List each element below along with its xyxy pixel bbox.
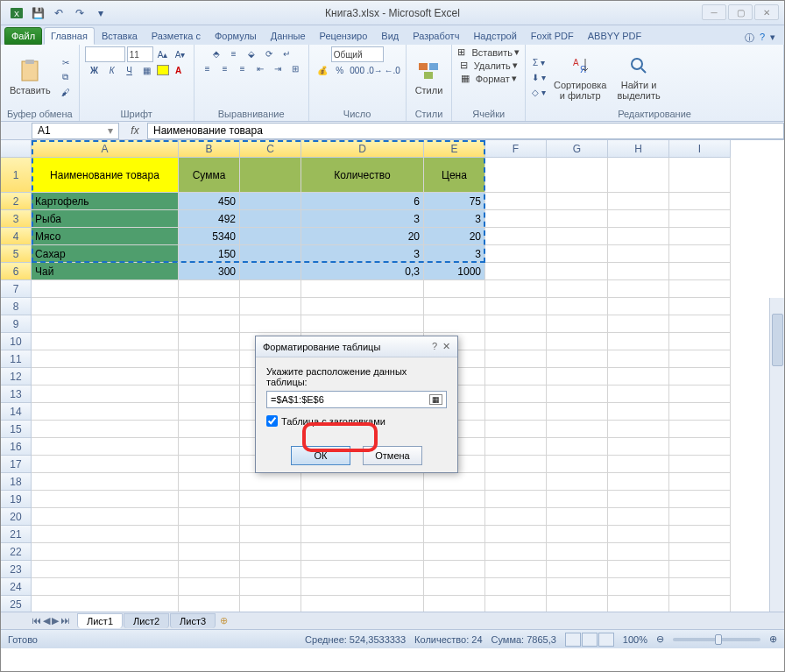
grow-font-icon[interactable]: A▴ (155, 47, 171, 61)
tab-dev[interactable]: Разработч (406, 27, 466, 45)
cell-empty[interactable] (424, 280, 485, 298)
cell-A5[interactable]: Сахар (32, 245, 179, 263)
row-header-8[interactable]: 8 (1, 298, 32, 315)
formula-input[interactable]: Наименование товара (147, 123, 784, 139)
row-header-12[interactable]: 12 (1, 368, 32, 386)
cell-empty[interactable] (669, 578, 731, 596)
zoom-out-icon[interactable]: ⊖ (656, 633, 664, 645)
row-header-16[interactable]: 16 (1, 438, 32, 456)
cell-empty[interactable] (179, 596, 240, 612)
row-header-14[interactable]: 14 (1, 403, 32, 421)
comma-icon[interactable]: 000 (350, 63, 365, 77)
font-color-icon[interactable]: A (171, 63, 187, 77)
cell-empty[interactable] (547, 438, 608, 456)
ribbon-options-icon[interactable]: ▾ (770, 32, 775, 45)
row-header-5[interactable]: 5 (1, 245, 32, 263)
cell-empty[interactable] (32, 543, 179, 561)
headers-checkbox-input[interactable] (266, 415, 278, 427)
col-header-H[interactable]: H (608, 140, 669, 158)
align-right-icon[interactable]: ≡ (235, 61, 251, 75)
cell-empty[interactable] (547, 543, 608, 561)
cell-empty[interactable] (301, 315, 424, 333)
cell-empty[interactable] (669, 508, 731, 526)
maximize-button[interactable]: ▢ (728, 4, 753, 20)
cell-A6[interactable]: Чай (32, 263, 179, 280)
cell-empty[interactable] (547, 158, 608, 193)
cell-empty[interactable] (485, 315, 547, 333)
col-header-G[interactable]: G (547, 140, 608, 158)
underline-icon[interactable]: Ч (122, 63, 138, 77)
undo-icon[interactable]: ↶ (50, 4, 67, 22)
align-top-icon[interactable]: ⬘ (209, 46, 224, 60)
cell-empty[interactable] (32, 403, 179, 421)
align-left-icon[interactable]: ≡ (200, 61, 216, 75)
tab-addins[interactable]: Надстрой (466, 27, 523, 45)
cell-empty[interactable] (32, 508, 179, 526)
cell-empty[interactable] (179, 456, 240, 473)
cell-empty[interactable] (669, 280, 731, 298)
row-header-9[interactable]: 9 (1, 315, 32, 333)
cell-empty[interactable] (32, 368, 179, 386)
find-select-button[interactable]: Найти и выделить (613, 52, 663, 103)
cell-empty[interactable] (547, 263, 608, 280)
italic-icon[interactable]: К (104, 63, 120, 77)
col-header-E[interactable]: E (424, 140, 485, 158)
cell-empty[interactable] (547, 298, 608, 315)
cell-empty[interactable] (240, 473, 301, 491)
cell-empty[interactable] (669, 315, 731, 333)
cell-empty[interactable] (240, 543, 301, 561)
col-header-I[interactable]: I (669, 140, 731, 158)
cell-empty[interactable] (608, 245, 669, 263)
cell-empty[interactable] (485, 438, 547, 456)
cell-empty[interactable] (669, 350, 731, 368)
cell-empty[interactable] (179, 298, 240, 315)
cell-empty[interactable] (240, 526, 301, 543)
percent-icon[interactable]: % (332, 63, 348, 77)
cell-empty[interactable] (240, 596, 301, 612)
cell-empty[interactable] (608, 158, 669, 193)
cell-empty[interactable] (547, 193, 608, 210)
cell-B3[interactable]: 492 (179, 210, 240, 228)
cell-D5[interactable]: 3 (301, 245, 424, 263)
cell-empty[interactable] (669, 561, 731, 578)
cell-empty[interactable] (424, 596, 485, 612)
bold-icon[interactable]: Ж (87, 63, 103, 77)
cell-empty[interactable] (485, 596, 547, 612)
orientation-icon[interactable]: ⟳ (261, 46, 277, 60)
cell-empty[interactable] (669, 596, 731, 612)
cell-empty[interactable] (608, 350, 669, 368)
cell-empty[interactable] (547, 245, 608, 263)
cell-empty[interactable] (240, 578, 301, 596)
cell-empty[interactable] (301, 491, 424, 508)
cell-D2[interactable]: 6 (301, 193, 424, 210)
cell-empty[interactable] (32, 333, 179, 350)
cell-E5[interactable]: 3 (424, 245, 485, 263)
cell-empty[interactable] (424, 543, 485, 561)
styles-button[interactable]: Стили (412, 57, 447, 97)
cell-empty[interactable] (608, 491, 669, 508)
cell-empty[interactable] (669, 403, 731, 421)
cell-empty[interactable] (485, 456, 547, 473)
cell-empty[interactable] (424, 473, 485, 491)
cell-empty[interactable] (608, 333, 669, 350)
row-header-17[interactable]: 17 (1, 456, 32, 473)
row-header-15[interactable]: 15 (1, 421, 32, 438)
cell-empty[interactable] (32, 298, 179, 315)
cell-empty[interactable] (547, 473, 608, 491)
align-center-icon[interactable]: ≡ (217, 61, 233, 75)
font-name-box[interactable] (85, 46, 125, 62)
view-normal-icon[interactable] (565, 633, 581, 647)
dialog-titlebar[interactable]: Форматирование таблицы ? ✕ (256, 336, 457, 357)
cell-empty[interactable] (32, 438, 179, 456)
cell-empty[interactable] (179, 386, 240, 403)
tab-insert[interactable]: Вставка (95, 27, 145, 45)
row-header-21[interactable]: 21 (1, 526, 32, 543)
cell-empty[interactable] (179, 491, 240, 508)
border-icon[interactable]: ▦ (139, 63, 155, 77)
cell-D3[interactable]: 3 (301, 210, 424, 228)
cell-E6[interactable]: 1000 (424, 263, 485, 280)
cell-empty[interactable] (424, 491, 485, 508)
fill-color-icon[interactable] (157, 65, 169, 75)
dialog-help-icon[interactable]: ? (432, 341, 437, 352)
col-header-A[interactable]: A (32, 140, 179, 158)
